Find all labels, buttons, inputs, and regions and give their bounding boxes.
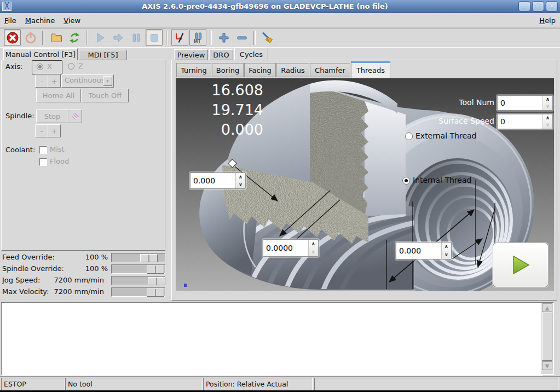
surface-speed-spinbox[interactable]: ∧∨ [497,114,553,129]
jog-increment-select[interactable]: Continuous ▾ [61,74,114,88]
toolbar-separator [253,31,256,45]
surface-speed-input[interactable] [498,114,542,129]
max-velocity-slider[interactable] [111,287,165,297]
canvas-spinbox-length-input[interactable] [396,243,441,259]
spindle-stop-button[interactable]: Stop [36,109,68,123]
tab-turning[interactable]: Turning [176,63,211,77]
tab-radius-label: Radius [281,66,305,74]
spindle-plus-button[interactable]: + [48,124,61,137]
jog-plus-button[interactable]: + [48,74,61,88]
coolant-mist-checkbox[interactable]: Mist [39,145,105,154]
external-thread-label: External Thread [415,131,477,140]
jog-minus-button[interactable]: - [35,74,48,88]
stop-button[interactable] [146,29,163,46]
tab-boring[interactable]: Boring [212,63,244,77]
spindle-override-row: Spindle Override: 100 % [0,263,165,274]
spin-down-button[interactable]: ∨ [309,248,318,256]
tab-preview[interactable]: Preview [174,49,208,60]
home-all-button[interactable]: Home All [36,89,81,102]
pause-button[interactable] [128,29,145,46]
slider-handle[interactable] [140,254,158,262]
axis-x-label: X [47,62,52,71]
canvas-spinbox-left[interactable]: ∧∨ [190,172,246,189]
tab-cycles[interactable]: Cycles [234,48,268,60]
tool-num-input[interactable] [498,96,542,110]
zoom-out-button[interactable] [233,29,250,46]
zoom-in-button[interactable] [215,29,232,46]
tool-num-spinbox[interactable]: ∧∨ [497,95,553,111]
message-textarea[interactable] [2,303,542,376]
coolant-flood-checkbox[interactable]: Flood [39,157,105,166]
open-button[interactable] [48,29,65,46]
reload-icon [68,31,81,44]
stop-icon [148,31,161,44]
estop-button[interactable] [4,29,21,46]
tab-mdi[interactable]: MDI [F5] [79,50,127,60]
spin-up-button[interactable]: ∧ [442,243,451,251]
svg-text:M1: M1 [194,39,201,44]
tab-facing[interactable]: Facing [244,63,276,77]
spindle-override-value: 100 % [0,264,108,273]
axis-x-radio[interactable]: X [32,60,62,74]
clear-plot-button[interactable] [259,29,276,46]
menu-view[interactable]: View [59,15,85,26]
feed-override-slider[interactable] [111,253,165,262]
spindle-brush-button[interactable] [68,109,82,123]
block-delete-button[interactable] [171,29,188,46]
maximize-button[interactable]: □ [532,1,544,11]
window-icon: ╳ [2,2,11,11]
message-scrollbar[interactable]: ▲ ▼ [541,303,553,374]
spin-down-button[interactable]: ∨ [236,181,245,188]
minimize-button[interactable]: _ [518,1,530,11]
run-cycle-button[interactable] [493,243,549,287]
canvas-spinbox-length[interactable]: ∧∨ [396,242,452,260]
spin-up-button[interactable]: ∧ [543,114,552,122]
jog-speed-slider[interactable] [111,276,165,285]
tab-radius[interactable]: Radius [276,63,309,77]
reload-button[interactable] [66,29,83,46]
tab-dro[interactable]: DRO [209,49,233,60]
scroll-up-icon[interactable]: ▲ [542,303,552,312]
title-bar[interactable]: ╳ AXIS 2.6.0-pre0-4434-gfb49696 on GLADE… [0,0,560,13]
canvas-spinbox-pitch[interactable]: ∧∨ [263,239,319,257]
toolbar-separator [166,31,168,45]
tab-chamfer[interactable]: Chamfer [310,63,350,77]
menu-machine[interactable]: Machine [21,15,59,26]
estop-icon [6,31,19,44]
spin-up-button[interactable]: ∧ [543,96,552,103]
spin-up-button[interactable]: ∧ [309,240,318,248]
canvas-spinbox-left-input[interactable] [190,173,235,188]
status-tool: No tool [65,378,203,390]
spin-down-button[interactable]: ∨ [442,251,451,259]
radio-dot [38,65,42,68]
canvas-spinbox-pitch-input[interactable] [263,240,308,256]
tab-threads[interactable]: Threads [351,61,390,78]
slider-handle[interactable] [147,266,164,274]
external-thread-radio[interactable] [405,132,413,140]
step-button[interactable] [109,29,126,46]
slider-handle[interactable] [147,289,164,297]
power-button[interactable] [22,29,39,46]
spin-down-button[interactable]: ∨ [543,103,552,110]
axis-z-radio[interactable]: Z [66,60,88,73]
spin-up-button[interactable]: ∧ [236,173,245,181]
run-button[interactable] [91,29,108,46]
tab-preview-label: Preview [177,51,205,59]
block-delete-icon [174,31,187,44]
optional-pause-button[interactable]: M1 [189,29,206,46]
tab-boring-label: Boring [216,66,239,74]
scroll-down-icon[interactable]: ▼ [542,361,552,370]
scrollbar-thumb[interactable] [542,313,552,361]
spindle-override-slider[interactable] [111,264,165,274]
menu-help[interactable]: Help [535,15,560,26]
menu-file[interactable]: File [0,15,21,26]
spindle-minus-button[interactable]: - [35,124,48,137]
spin-down-button[interactable]: ∨ [543,122,552,129]
close-button[interactable]: × [546,1,558,11]
status-estop: ESTOP [1,378,65,390]
zoom-out-icon [235,31,249,44]
slider-handle[interactable] [148,277,165,285]
touch-off-button[interactable]: Touch Off [82,89,129,102]
internal-thread-radio[interactable] [402,177,410,185]
tab-manual-control[interactable]: Manual Control [F3] [3,48,78,60]
